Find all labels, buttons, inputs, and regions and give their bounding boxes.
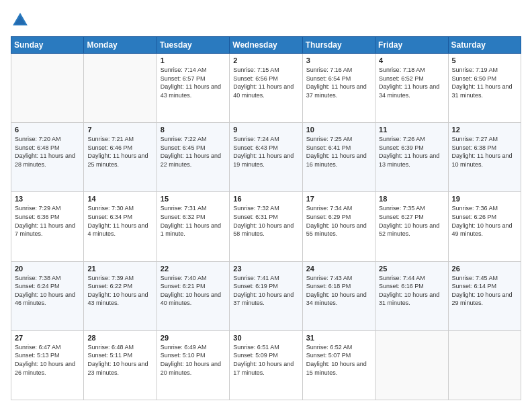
day-info: Sunrise: 7:38 AM Sunset: 6:24 PM Dayligh… xyxy=(15,274,80,308)
day-number: 13 xyxy=(15,195,80,203)
calendar-cell xyxy=(375,330,448,400)
day-number: 3 xyxy=(306,56,371,64)
day-number: 17 xyxy=(306,195,371,203)
day-info: Sunrise: 6:49 AM Sunset: 5:10 PM Dayligh… xyxy=(161,343,226,377)
logo-icon xyxy=(11,11,30,30)
calendar-cell: 24Sunrise: 7:43 AM Sunset: 6:18 PM Dayli… xyxy=(302,261,375,330)
calendar-cell: 7Sunrise: 7:21 AM Sunset: 6:46 PM Daylig… xyxy=(84,123,157,192)
day-number: 23 xyxy=(233,265,298,273)
calendar-cell: 3Sunrise: 7:16 AM Sunset: 6:54 PM Daylig… xyxy=(302,54,375,123)
day-info: Sunrise: 7:16 AM Sunset: 6:54 PM Dayligh… xyxy=(306,66,371,99)
calendar-week-row: 27Sunrise: 6:47 AM Sunset: 5:13 PM Dayli… xyxy=(11,330,521,400)
day-number: 30 xyxy=(233,334,298,342)
calendar-cell: 4Sunrise: 7:18 AM Sunset: 6:52 PM Daylig… xyxy=(375,54,448,123)
calendar-cell xyxy=(448,330,521,400)
calendar-week-row: 6Sunrise: 7:20 AM Sunset: 6:48 PM Daylig… xyxy=(11,123,521,192)
calendar-table: SundayMondayTuesdayWednesdayThursdayFrid… xyxy=(11,36,521,400)
calendar-cell: 31Sunrise: 6:52 AM Sunset: 5:07 PM Dayli… xyxy=(302,330,375,400)
calendar-cell: 18Sunrise: 7:35 AM Sunset: 6:27 PM Dayli… xyxy=(375,192,448,261)
calendar-week-row: 20Sunrise: 7:38 AM Sunset: 6:24 PM Dayli… xyxy=(11,261,521,330)
day-number: 21 xyxy=(87,265,152,273)
calendar-cell: 16Sunrise: 7:32 AM Sunset: 6:31 PM Dayli… xyxy=(230,192,302,261)
weekday-header-wednesday: Wednesday xyxy=(230,37,302,54)
day-info: Sunrise: 6:48 AM Sunset: 5:11 PM Dayligh… xyxy=(87,343,152,377)
day-info: Sunrise: 7:39 AM Sunset: 6:22 PM Dayligh… xyxy=(87,274,152,308)
day-number: 29 xyxy=(161,334,226,342)
day-info: Sunrise: 7:27 AM Sunset: 6:38 PM Dayligh… xyxy=(452,135,517,169)
weekday-header-friday: Friday xyxy=(375,37,448,54)
logo xyxy=(11,11,32,30)
day-info: Sunrise: 7:44 AM Sunset: 6:16 PM Dayligh… xyxy=(379,274,444,308)
calendar-cell: 5Sunrise: 7:19 AM Sunset: 6:50 PM Daylig… xyxy=(448,54,521,123)
calendar-cell xyxy=(84,54,157,123)
day-info: Sunrise: 6:52 AM Sunset: 5:07 PM Dayligh… xyxy=(306,343,371,377)
day-info: Sunrise: 7:26 AM Sunset: 6:39 PM Dayligh… xyxy=(379,135,444,169)
day-number: 26 xyxy=(452,265,517,273)
day-info: Sunrise: 7:30 AM Sunset: 6:34 PM Dayligh… xyxy=(87,204,152,238)
day-info: Sunrise: 7:21 AM Sunset: 6:46 PM Dayligh… xyxy=(87,135,152,169)
day-number: 28 xyxy=(87,334,152,342)
day-number: 1 xyxy=(161,56,226,64)
day-info: Sunrise: 7:41 AM Sunset: 6:19 PM Dayligh… xyxy=(233,274,298,308)
calendar-cell: 12Sunrise: 7:27 AM Sunset: 6:38 PM Dayli… xyxy=(448,123,521,192)
calendar-cell: 28Sunrise: 6:48 AM Sunset: 5:11 PM Dayli… xyxy=(84,330,157,400)
day-info: Sunrise: 7:32 AM Sunset: 6:31 PM Dayligh… xyxy=(233,204,298,238)
day-number: 20 xyxy=(15,265,80,273)
weekday-header-sunday: Sunday xyxy=(11,37,84,54)
day-number: 14 xyxy=(87,195,152,203)
day-info: Sunrise: 7:36 AM Sunset: 6:26 PM Dayligh… xyxy=(452,204,517,238)
day-number: 24 xyxy=(306,265,371,273)
calendar-cell: 8Sunrise: 7:22 AM Sunset: 6:45 PM Daylig… xyxy=(157,123,229,192)
calendar-cell: 29Sunrise: 6:49 AM Sunset: 5:10 PM Dayli… xyxy=(157,330,229,400)
day-number: 8 xyxy=(161,126,226,134)
day-info: Sunrise: 7:15 AM Sunset: 6:56 PM Dayligh… xyxy=(233,66,298,99)
calendar-cell: 1Sunrise: 7:14 AM Sunset: 6:57 PM Daylig… xyxy=(157,54,229,123)
calendar-cell: 21Sunrise: 7:39 AM Sunset: 6:22 PM Dayli… xyxy=(84,261,157,330)
day-info: Sunrise: 7:40 AM Sunset: 6:21 PM Dayligh… xyxy=(161,274,226,308)
day-info: Sunrise: 7:25 AM Sunset: 6:41 PM Dayligh… xyxy=(306,135,371,169)
day-number: 12 xyxy=(452,126,517,134)
day-info: Sunrise: 7:31 AM Sunset: 6:32 PM Dayligh… xyxy=(161,204,226,238)
day-info: Sunrise: 7:29 AM Sunset: 6:36 PM Dayligh… xyxy=(15,204,80,238)
day-info: Sunrise: 7:35 AM Sunset: 6:27 PM Dayligh… xyxy=(379,204,444,238)
day-number: 11 xyxy=(379,126,444,134)
day-info: Sunrise: 7:19 AM Sunset: 6:50 PM Dayligh… xyxy=(452,66,517,99)
day-number: 18 xyxy=(379,195,444,203)
day-info: Sunrise: 6:47 AM Sunset: 5:13 PM Dayligh… xyxy=(15,343,80,377)
day-number: 9 xyxy=(233,126,298,134)
day-info: Sunrise: 7:14 AM Sunset: 6:57 PM Dayligh… xyxy=(161,66,226,99)
day-info: Sunrise: 7:20 AM Sunset: 6:48 PM Dayligh… xyxy=(15,135,80,169)
calendar-cell: 20Sunrise: 7:38 AM Sunset: 6:24 PM Dayli… xyxy=(11,261,84,330)
day-number: 7 xyxy=(87,126,152,134)
calendar-cell: 19Sunrise: 7:36 AM Sunset: 6:26 PM Dayli… xyxy=(448,192,521,261)
day-number: 27 xyxy=(15,334,80,342)
weekday-header-thursday: Thursday xyxy=(302,37,375,54)
calendar-cell: 15Sunrise: 7:31 AM Sunset: 6:32 PM Dayli… xyxy=(157,192,229,261)
day-number: 16 xyxy=(233,195,298,203)
day-number: 2 xyxy=(233,56,298,64)
calendar-cell: 13Sunrise: 7:29 AM Sunset: 6:36 PM Dayli… xyxy=(11,192,84,261)
day-number: 4 xyxy=(379,56,444,64)
weekday-header-row: SundayMondayTuesdayWednesdayThursdayFrid… xyxy=(11,37,521,54)
day-number: 22 xyxy=(161,265,226,273)
calendar-cell: 27Sunrise: 6:47 AM Sunset: 5:13 PM Dayli… xyxy=(11,330,84,400)
day-number: 25 xyxy=(379,265,444,273)
day-info: Sunrise: 7:18 AM Sunset: 6:52 PM Dayligh… xyxy=(379,66,444,99)
calendar-cell xyxy=(11,54,84,123)
calendar-cell: 26Sunrise: 7:45 AM Sunset: 6:14 PM Dayli… xyxy=(448,261,521,330)
calendar-cell: 14Sunrise: 7:30 AM Sunset: 6:34 PM Dayli… xyxy=(84,192,157,261)
weekday-header-tuesday: Tuesday xyxy=(157,37,229,54)
day-number: 10 xyxy=(306,126,371,134)
header xyxy=(11,11,521,30)
day-info: Sunrise: 7:34 AM Sunset: 6:29 PM Dayligh… xyxy=(306,204,371,238)
calendar-cell: 11Sunrise: 7:26 AM Sunset: 6:39 PM Dayli… xyxy=(375,123,448,192)
calendar-cell: 25Sunrise: 7:44 AM Sunset: 6:16 PM Dayli… xyxy=(375,261,448,330)
calendar-cell: 6Sunrise: 7:20 AM Sunset: 6:48 PM Daylig… xyxy=(11,123,84,192)
day-info: Sunrise: 7:24 AM Sunset: 6:43 PM Dayligh… xyxy=(233,135,298,169)
calendar-week-row: 13Sunrise: 7:29 AM Sunset: 6:36 PM Dayli… xyxy=(11,192,521,261)
calendar-cell: 17Sunrise: 7:34 AM Sunset: 6:29 PM Dayli… xyxy=(302,192,375,261)
calendar-cell: 2Sunrise: 7:15 AM Sunset: 6:56 PM Daylig… xyxy=(230,54,302,123)
calendar-cell: 23Sunrise: 7:41 AM Sunset: 6:19 PM Dayli… xyxy=(230,261,302,330)
day-info: Sunrise: 6:51 AM Sunset: 5:09 PM Dayligh… xyxy=(233,343,298,377)
calendar-cell: 9Sunrise: 7:24 AM Sunset: 6:43 PM Daylig… xyxy=(230,123,302,192)
